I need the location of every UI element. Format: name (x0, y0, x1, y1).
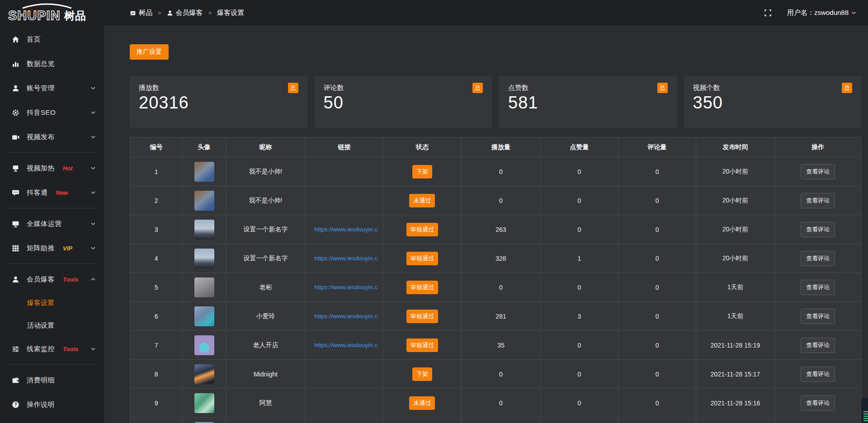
table-row: 6 小爱玲 https://www.iesdouyin.c 审核通过 281 3… (130, 302, 861, 331)
user-menu[interactable]: 用户名：zswodun88 (787, 9, 856, 17)
cell-plays: 0 (499, 197, 503, 204)
table-header-row: 编号头像昵称链接状态播放量点赞量评论量发布时间操作 (130, 137, 861, 157)
view-comments-button[interactable]: 查看评论 (801, 280, 835, 295)
sidebar-divider (6, 263, 98, 264)
sidebar-subitem[interactable]: 活动设置 (0, 314, 104, 337)
sidebar-item-10[interactable]: 矩阵助推 VIP (0, 236, 104, 260)
row-link[interactable]: https://www.iesdouyin.c (306, 226, 383, 233)
view-comments-button[interactable]: 查看评论 (801, 251, 835, 266)
monitor-icon (12, 220, 19, 228)
chevron-down-icon (90, 110, 96, 115)
sidebar-item-1[interactable]: 数据总览 (0, 52, 104, 76)
status-badge: 审核通过 (406, 310, 438, 323)
sidebar-item-6[interactable]: 视频加热 Hot (0, 156, 104, 180)
cell-likes: 0 (578, 168, 581, 175)
view-comments-button[interactable]: 查看评论 (801, 338, 835, 353)
cell-time: 2021-11-28 15:19 (711, 342, 760, 349)
sidebar-item-label: 抖音SEO (27, 108, 56, 117)
sidebar-item-16[interactable]: ? 操作说明 (0, 392, 104, 417)
cell-id: 8 (155, 371, 158, 378)
row-link[interactable]: https://www.iesdouyin.c (306, 284, 383, 291)
stat-label: 视频个数 (693, 84, 720, 92)
cell-plays: 0 (499, 400, 503, 407)
column-header: 编号 (130, 137, 183, 157)
promo-settings-button[interactable]: 推广设置 (130, 44, 169, 60)
view-comments-button[interactable]: 查看评论 (801, 309, 835, 324)
cell-nickname: 老彬 (259, 283, 272, 291)
cell-likes: 0 (578, 400, 581, 407)
main-content: 推广设置 播放数 总 20316 评论数 总 50 点赞数 总 581 视频个数… (104, 0, 868, 423)
sidebar-item-9[interactable]: 全媒体运营 (0, 212, 104, 236)
cell-comments: 0 (656, 226, 659, 233)
cell-id: 4 (155, 255, 158, 262)
cell-time: 1天前 (727, 283, 744, 291)
cell-likes: 0 (578, 342, 581, 349)
breadcrumb-item[interactable]: 树品 (130, 9, 152, 17)
breadcrumb-item[interactable]: 会员爆客 (167, 9, 203, 17)
chevron-up-icon (90, 277, 96, 282)
cell-nickname: Midnight (254, 371, 278, 378)
grid-icon (12, 244, 19, 252)
stat-value: 20316 (139, 93, 298, 113)
view-comments-button[interactable]: 查看评论 (801, 222, 835, 237)
app-logo[interactable]: SHUPIN 树品 (0, 0, 104, 26)
cell-nickname: 老人开店 (253, 341, 278, 348)
video-icon (12, 133, 19, 141)
row-link[interactable]: https://www.iesdouyin.c (306, 342, 383, 348)
cell-time: 20小时前 (722, 168, 749, 175)
sidebar-item-7[interactable]: 抖客通 New (0, 180, 104, 205)
table-row: 8 Midnight 下架 0 0 0 2021-11-28 15:17 查看评… (130, 360, 861, 389)
display-icon (12, 164, 19, 172)
gear-icon (12, 109, 19, 117)
logo-text-en: SHUPIN (8, 8, 61, 23)
sidebar-item-13[interactable]: 线索监控 Tools (0, 337, 104, 361)
stat-card: 视频个数 总 350 (684, 76, 862, 128)
cell-nickname: 我不是小帅! (249, 197, 282, 204)
sidebar-item-label: 数据总览 (27, 60, 55, 68)
cell-nickname: 设置一个新名字 (243, 226, 288, 233)
sidebar-item-label: 首页 (27, 35, 41, 44)
row-link[interactable]: https://www.iesdouyin.c (306, 313, 383, 320)
cell-nickname: 我不是小帅! (249, 168, 282, 175)
cell-plays: 328 (495, 255, 506, 262)
breadcrumb-item[interactable]: 爆客设置 (217, 9, 244, 17)
avatar (194, 335, 214, 355)
stat-card: 评论数 总 50 (315, 76, 492, 128)
floating-widget[interactable] (861, 399, 868, 423)
view-comments-button[interactable]: 查看评论 (801, 395, 835, 411)
column-header: 头像 (183, 137, 226, 157)
sidebar-subitem-active[interactable]: 爆客设置 (0, 291, 104, 314)
avatar (194, 162, 214, 182)
view-comments-button[interactable]: 查看评论 (801, 164, 835, 179)
cell-comments: 0 (656, 400, 659, 407)
chevron-down-icon (851, 10, 856, 15)
breadcrumb: 树品>会员爆客>爆客设置 (130, 9, 244, 17)
sidebar-item-label: 线索监控 (27, 345, 55, 353)
sidebar-item-15[interactable]: 消费明细 (0, 368, 104, 392)
sidebar-item-12[interactable]: 会员爆客 Tools (0, 267, 104, 291)
stat-label: 播放数 (139, 84, 159, 92)
stat-value: 581 (508, 93, 668, 113)
breadcrumb-label: 树品 (139, 9, 152, 17)
sidebar-item-4[interactable]: 视频发布 (0, 125, 104, 149)
chevron-down-icon (90, 165, 96, 171)
column-header: 昵称 (226, 137, 306, 157)
sidebar-item-3[interactable]: 抖音SEO (0, 100, 104, 125)
cell-likes: 0 (578, 284, 581, 291)
cell-comments: 0 (656, 168, 659, 175)
column-header: 播放量 (462, 137, 541, 157)
fullscreen-icon[interactable] (764, 9, 772, 17)
breadcrumb-label: 爆客设置 (217, 9, 244, 17)
cell-comments: 0 (656, 313, 659, 320)
sidebar-item-0[interactable]: 首页 (0, 27, 104, 52)
view-comments-button[interactable]: 查看评论 (801, 367, 835, 382)
column-header: 操作 (775, 137, 861, 157)
chevron-down-icon (90, 85, 96, 91)
table-row: 9 阿慧 未通过 0 0 0 2021-11-28 15:16 查看评论 (130, 389, 861, 418)
row-link[interactable]: https://www.iesdouyin.c (306, 255, 383, 262)
wallet-icon (12, 376, 19, 384)
sidebar-item-badge: Tools (63, 346, 78, 352)
sidebar-item-2[interactable]: 账号管理 (0, 76, 104, 100)
stat-label: 评论数 (324, 84, 344, 92)
view-comments-button[interactable]: 查看评论 (801, 193, 835, 208)
